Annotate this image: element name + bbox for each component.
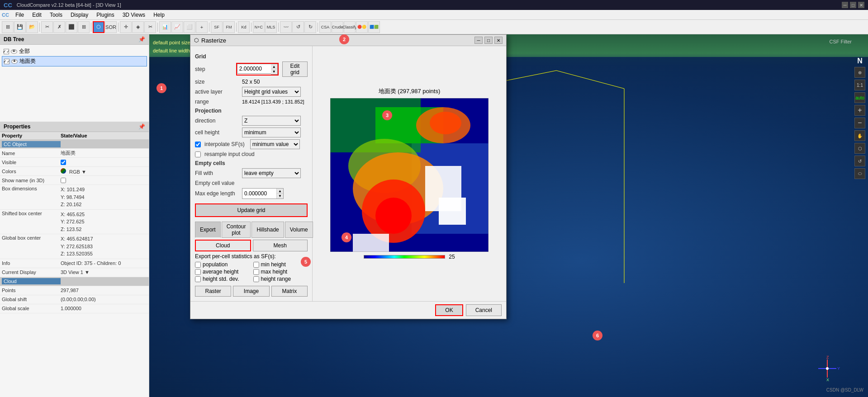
cb-max-height[interactable] bbox=[253, 269, 259, 275]
view-btn-auto[interactable]: auto bbox=[854, 92, 865, 103]
image-button[interactable]: Image bbox=[233, 286, 269, 297]
prop-showname-checkbox[interactable] bbox=[61, 178, 66, 183]
step-up[interactable]: ▲ bbox=[271, 64, 277, 69]
max-edge-input[interactable] bbox=[242, 189, 276, 198]
tb-scissors[interactable]: ✂ bbox=[41, 21, 53, 33]
tb-black[interactable]: ⬛ bbox=[66, 21, 77, 33]
menu-display[interactable]: Display bbox=[67, 11, 92, 19]
tb-grid[interactable]: ⊞ bbox=[78, 21, 90, 33]
tb-rasterize[interactable]: ⬡ bbox=[93, 21, 104, 33]
maximize-button[interactable]: □ bbox=[850, 2, 856, 8]
max-edge-up[interactable]: ▲ bbox=[277, 189, 283, 194]
view-btn-zoom-out[interactable]: − bbox=[854, 118, 865, 128]
properties-pin[interactable]: 📌 bbox=[138, 123, 145, 130]
tb-mls[interactable]: MLS bbox=[265, 21, 277, 33]
tb-csa[interactable]: CSA bbox=[319, 21, 331, 33]
tb-save[interactable]: 💾 bbox=[14, 21, 26, 33]
tb-box[interactable]: ⬜ bbox=[184, 21, 195, 33]
view-btn-select[interactable]: ⬡ bbox=[854, 143, 865, 154]
col-property: Property bbox=[2, 133, 61, 138]
tree-item-all[interactable]: ✓ 👁 全部 bbox=[2, 47, 147, 56]
tb-open[interactable]: 📂 bbox=[26, 21, 38, 33]
tb-select[interactable]: ◈ bbox=[132, 21, 144, 33]
cb-std-dev[interactable] bbox=[195, 276, 201, 282]
matrix-button[interactable]: Matrix bbox=[271, 286, 308, 297]
tb-arr2[interactable]: ↻ bbox=[304, 21, 316, 33]
tb-plus[interactable]: + bbox=[196, 21, 208, 33]
close-button[interactable]: ✕ bbox=[858, 2, 864, 8]
prop-visible-checkbox[interactable] bbox=[61, 160, 66, 165]
tb-arr1[interactable]: ↺ bbox=[292, 21, 304, 33]
raster-button[interactable]: Raster bbox=[195, 286, 231, 297]
cb-min-height[interactable] bbox=[253, 262, 259, 268]
view-btn-lasso[interactable]: ⬭ bbox=[854, 168, 865, 179]
tb-nc[interactable]: N+C bbox=[253, 21, 265, 33]
menu-edit[interactable]: Edit bbox=[28, 11, 45, 19]
tb-chart2[interactable]: 📈 bbox=[171, 21, 183, 33]
dialog-close[interactable]: ✕ bbox=[494, 37, 503, 44]
menu-plugins[interactable]: Plugins bbox=[93, 11, 118, 19]
tree-checkbox-all[interactable]: ✓ bbox=[4, 49, 9, 54]
active-layer-label: active layer bbox=[195, 89, 240, 95]
tb-delete[interactable]: ✗ bbox=[53, 21, 65, 33]
cancel-button[interactable]: Cancel bbox=[466, 304, 502, 316]
db-tree-pin[interactable]: 📌 bbox=[138, 36, 145, 43]
dialog-maximize[interactable]: □ bbox=[484, 37, 493, 44]
tree-item-ground[interactable]: ✓ 👁 地面类 bbox=[2, 56, 147, 66]
resample-checkbox[interactable] bbox=[195, 151, 201, 157]
tab-contour[interactable]: Contour plot bbox=[222, 222, 251, 238]
view-btn-1[interactable]: ⊕ bbox=[854, 67, 865, 78]
tab-hillshade[interactable]: Hillshade bbox=[251, 222, 284, 238]
tb-classify[interactable]: Classify bbox=[344, 21, 356, 33]
menu-tools[interactable]: Tools bbox=[46, 11, 66, 19]
tb-extra2[interactable]: 🟦🟩 bbox=[368, 21, 380, 33]
tb-move[interactable]: ✛ bbox=[120, 21, 132, 33]
menu-help[interactable]: Help bbox=[150, 11, 168, 19]
cell-height-select[interactable]: minimum maximum bbox=[242, 128, 301, 137]
interpolate-checkbox[interactable] bbox=[195, 142, 201, 147]
tb-cut[interactable]: ✂ bbox=[144, 21, 156, 33]
update-grid-button[interactable]: Update grid bbox=[195, 203, 308, 217]
step-down[interactable]: ▼ bbox=[271, 69, 277, 74]
tab-export[interactable]: Export bbox=[195, 222, 221, 238]
minimize-button[interactable]: ─ bbox=[842, 2, 848, 8]
direction-select[interactable]: Z X Y bbox=[242, 116, 301, 126]
window-controls[interactable]: ─ □ ✕ bbox=[842, 2, 864, 8]
cb-height-range[interactable] bbox=[253, 276, 259, 282]
dialog-controls[interactable]: ─ □ ✕ bbox=[474, 37, 503, 44]
tb-new[interactable]: ⊞ bbox=[2, 21, 14, 33]
tree-eye-ground[interactable]: 👁 bbox=[11, 59, 18, 64]
max-edge-down[interactable]: ▼ bbox=[277, 194, 283, 198]
tb-fm[interactable]: FM bbox=[223, 21, 235, 33]
tb-chart[interactable]: 📊 bbox=[159, 21, 171, 33]
tree-checkbox-ground[interactable]: ✓ bbox=[4, 59, 9, 64]
tb-kd[interactable]: Kd bbox=[238, 21, 250, 33]
step-input[interactable] bbox=[237, 64, 271, 74]
cb-avg-height[interactable] bbox=[195, 269, 201, 275]
tb-sf[interactable]: SF bbox=[211, 21, 223, 33]
view-btn-pan[interactable]: ✋ bbox=[854, 130, 865, 141]
tab-volume[interactable]: Volume bbox=[285, 222, 313, 238]
mesh-button[interactable]: Mesh bbox=[253, 240, 308, 251]
tb-extra1[interactable]: 🔴🟡 bbox=[356, 21, 368, 33]
tree-eye-all[interactable]: 👁 bbox=[11, 49, 17, 54]
tb-wave[interactable]: 〰 bbox=[280, 21, 292, 33]
tb-crude[interactable]: Crude bbox=[332, 21, 343, 33]
menu-3dviews[interactable]: 3D Views bbox=[119, 11, 149, 19]
view-btn-zoom-in[interactable]: + bbox=[854, 105, 865, 116]
active-layer-select[interactable]: Height grid values RGB bbox=[242, 87, 301, 97]
viewport[interactable]: default point size — + default line widt… bbox=[149, 34, 868, 397]
interpolate-method-select[interactable]: minimum value maximum value bbox=[250, 139, 300, 149]
step-row: step ▲ ▼ Edit grid bbox=[195, 61, 308, 77]
edit-grid-button[interactable]: Edit grid bbox=[282, 61, 308, 77]
prop-global: Global box center X: 465.624817Y: 272.62… bbox=[0, 234, 149, 259]
menu-file[interactable]: File bbox=[12, 11, 28, 19]
dialog-minimize[interactable]: ─ bbox=[474, 37, 483, 44]
fill-with-select[interactable]: leave empty min height max height bbox=[242, 168, 301, 178]
cb-population[interactable] bbox=[195, 262, 201, 268]
view-btn-2[interactable]: 1:1 bbox=[854, 80, 865, 90]
view-btn-rotate[interactable]: ↺ bbox=[854, 156, 865, 166]
tb-sor[interactable]: SOR bbox=[105, 21, 117, 33]
ok-button[interactable]: OK bbox=[435, 304, 463, 316]
cloud-button[interactable]: Cloud bbox=[195, 240, 251, 251]
